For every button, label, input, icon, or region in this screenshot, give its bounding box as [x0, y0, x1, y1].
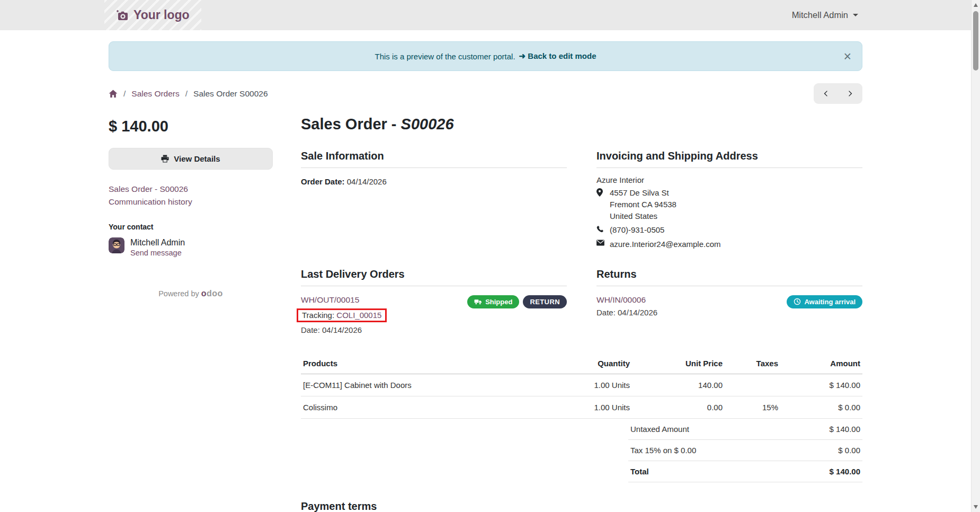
- user-menu[interactable]: Mitchell Admin: [792, 10, 858, 20]
- tracking-number-link[interactable]: COLI_00015: [336, 311, 381, 320]
- page-title-reference: S00026: [401, 116, 454, 133]
- untaxed-amount-row: Untaxed Amount $ 140.00: [628, 419, 862, 440]
- address-email: azure.Interior24@example.com: [610, 239, 721, 250]
- returns-section: Returns WH/IN/00006 Date: 04/14/2026: [596, 268, 862, 334]
- col-taxes: Taxes: [725, 354, 780, 374]
- clock-icon: [794, 298, 801, 305]
- return-badge-label: RETURN: [530, 298, 560, 306]
- user-name: Mitchell Admin: [792, 10, 848, 20]
- printer-icon: [161, 155, 169, 163]
- total-row: Total $ 140.00: [628, 461, 862, 482]
- cell-amount: $ 0.00: [780, 396, 862, 418]
- payment-terms-section: Payment terms Payment terms: End of Foll…: [301, 500, 862, 512]
- cell-taxes: [725, 374, 780, 396]
- send-message-link[interactable]: Send message: [130, 249, 182, 257]
- next-record-button[interactable]: [838, 83, 862, 104]
- breadcrumb-sales-orders[interactable]: Sales Orders: [131, 89, 179, 99]
- avatar: [109, 237, 124, 253]
- shipped-badge-label: Shipped: [485, 298, 512, 306]
- preview-banner: This is a preview of the customer portal…: [109, 41, 862, 71]
- tracking-annotation-box: Tracking: COLI_00015: [297, 308, 387, 322]
- scroll-up-arrow[interactable]: [974, 3, 978, 7]
- shipped-status-badge: Shipped: [467, 295, 519, 308]
- record-pager: [814, 83, 862, 104]
- order-amount: $ 140.00: [109, 118, 273, 135]
- awaiting-arrival-label: Awaiting arrival: [804, 298, 856, 306]
- top-header: Your logo Mitchell Admin: [0, 0, 980, 30]
- products-header-row: Products Quantity Unit Price Taxes Amoun…: [301, 354, 862, 374]
- address-heading: Invoicing and Shipping Address: [596, 150, 862, 168]
- cell-quantity: 1.00 Units: [542, 374, 632, 396]
- map-pin-icon: [596, 187, 605, 222]
- phone-icon: [596, 224, 605, 236]
- table-row: [E-COM11] Cabinet with Doors 1.00 Units …: [301, 374, 862, 396]
- returns-heading: Returns: [596, 268, 862, 286]
- page-container: This is a preview of the customer portal…: [0, 41, 862, 512]
- payment-terms-heading: Payment terms: [301, 500, 862, 512]
- address-phone: (870)-931-0505: [610, 224, 664, 236]
- back-to-edit-link[interactable]: ➜ Back to edit mode: [519, 51, 596, 61]
- vertical-scrollbar: [971, 0, 980, 512]
- powered-by: Powered by odoo: [109, 289, 273, 298]
- cell-taxes: 15%: [725, 396, 780, 418]
- deliveries-heading: Last Delivery Orders: [301, 268, 567, 286]
- prev-record-button[interactable]: [814, 83, 838, 104]
- cell-unit-price: 140.00: [632, 374, 725, 396]
- return-date-value: 04/14/2026: [618, 308, 657, 317]
- logo-text: Your logo: [133, 8, 190, 22]
- address-street: 4557 De Silva St: [610, 187, 676, 199]
- sidebar-link-sales-order[interactable]: Sales Order - S00026: [109, 184, 273, 194]
- col-products: Products: [301, 354, 542, 374]
- truck-icon: [474, 298, 482, 305]
- page-title: Sales Order - S00026: [301, 116, 862, 133]
- col-quantity: Quantity: [542, 354, 632, 374]
- untaxed-amount-value: $ 140.00: [830, 425, 860, 434]
- banner-message: This is a preview of the customer portal…: [375, 52, 515, 61]
- awaiting-arrival-badge: Awaiting arrival: [787, 295, 862, 308]
- tax-row: Tax 15% on $ 0.00 $ 0.00: [628, 440, 862, 461]
- page-title-prefix: Sales Order -: [301, 116, 401, 133]
- breadcrumb: / Sales Orders / Sales Order S00026: [109, 89, 268, 99]
- contact-name: Mitchell Admin: [130, 237, 185, 248]
- delivery-date-label: Date:: [301, 325, 320, 334]
- your-contact-label: Your contact: [109, 223, 273, 231]
- chevron-left-icon: [823, 90, 829, 97]
- table-row: Colissimo 1.00 Units 0.00 15% $ 0.00: [301, 396, 862, 418]
- order-date-value: 04/14/2026: [347, 177, 387, 186]
- odoo-logo[interactable]: odoo: [201, 289, 223, 298]
- cell-product: Colissimo: [301, 396, 542, 418]
- tracking-label: Tracking:: [302, 311, 334, 320]
- return-reference-link[interactable]: WH/IN/00006: [596, 295, 646, 304]
- sale-information-section: Sale Information Order Date: 04/14/2026: [301, 150, 567, 250]
- totals-block: Untaxed Amount $ 140.00 Tax 15% on $ 0.0…: [628, 419, 862, 482]
- total-label: Total: [630, 467, 649, 476]
- products-table: Products Quantity Unit Price Taxes Amoun…: [301, 354, 862, 419]
- close-icon[interactable]: ×: [843, 50, 851, 63]
- sidebar-link-communication-history[interactable]: Communication history: [109, 197, 273, 207]
- view-details-button[interactable]: View Details: [109, 148, 273, 170]
- total-value: $ 140.00: [830, 467, 860, 476]
- company-logo[interactable]: Your logo: [104, 0, 201, 30]
- caret-down-icon: [853, 14, 858, 16]
- view-details-label: View Details: [174, 154, 220, 163]
- home-icon[interactable]: [109, 90, 118, 98]
- scroll-down-arrow[interactable]: [974, 505, 978, 509]
- cell-quantity: 1.00 Units: [542, 396, 632, 418]
- cell-product: [E-COM11] Cabinet with Doors: [301, 374, 542, 396]
- breadcrumb-separator: /: [185, 89, 188, 99]
- deliveries-section: Last Delivery Orders WH/OUT/00015 Tracki…: [301, 268, 567, 334]
- odoo-logo-rest: doo: [207, 289, 223, 298]
- scrollbar-thumb[interactable]: [973, 11, 978, 70]
- tax-label: Tax 15% on $ 0.00: [630, 446, 696, 455]
- delivery-reference-link[interactable]: WH/OUT/00015: [301, 295, 359, 304]
- powered-by-text: Powered by: [158, 289, 199, 298]
- return-date-label: Date:: [596, 308, 616, 317]
- tax-value: $ 0.00: [838, 446, 860, 455]
- order-sidebar: $ 140.00 View Details Sales Order - S000…: [109, 114, 273, 512]
- envelope-icon: [596, 239, 605, 250]
- order-main: Sales Order - S00026 Sale Information Or…: [301, 114, 862, 512]
- untaxed-amount-label: Untaxed Amount: [630, 425, 689, 434]
- breadcrumb-separator: /: [123, 89, 126, 99]
- return-badge: RETURN: [523, 295, 567, 308]
- col-amount: Amount: [780, 354, 862, 374]
